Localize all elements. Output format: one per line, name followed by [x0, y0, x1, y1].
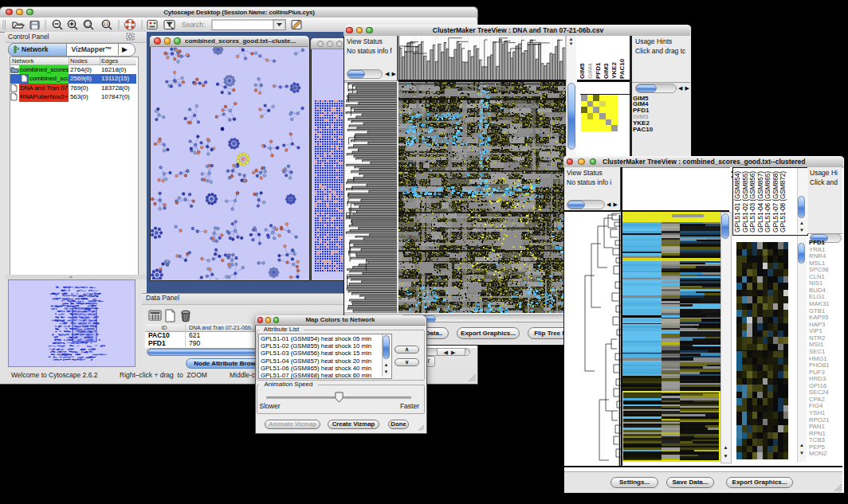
svg-text:Search:: Search: [182, 21, 205, 29]
svg-text:1:1: 1:1 [104, 22, 109, 26]
